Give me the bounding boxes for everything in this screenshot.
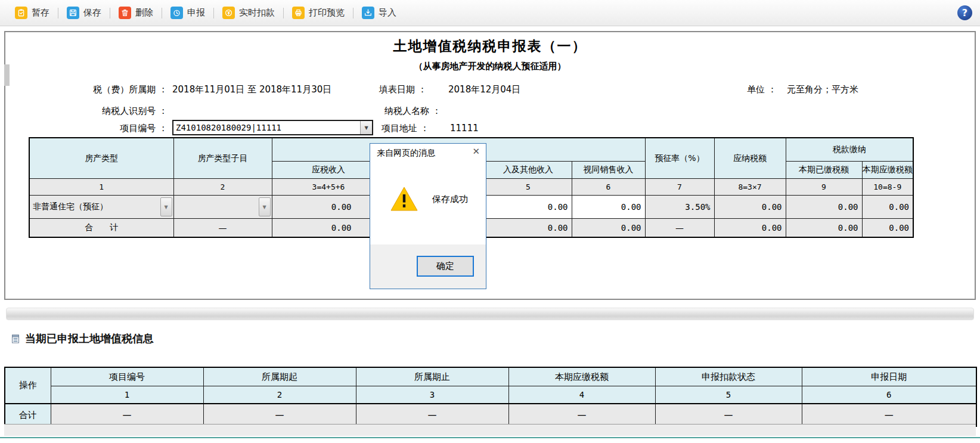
button-label: 保存 bbox=[83, 7, 101, 18]
chevron-down-icon[interactable] bbox=[160, 197, 172, 216]
form-title: 土地增值税纳税申报表（一） bbox=[5, 37, 975, 55]
window-bottom-accent bbox=[0, 437, 980, 438]
header-project-number: 项目编号 bbox=[51, 367, 203, 386]
column-number: 6 bbox=[572, 179, 645, 196]
clock-icon bbox=[170, 7, 183, 19]
app-window: 暂存 保存 删除 申报 实时扣款 bbox=[0, 0, 980, 443]
column-number: 2 bbox=[203, 386, 356, 404]
project-number-select[interactable]: Z41010820180029|11111 bbox=[172, 120, 373, 135]
help-icon[interactable]: ? bbox=[957, 5, 972, 20]
period-value: 2018年11月01日 至 2018年11月30日 bbox=[172, 84, 331, 95]
declared-info-section-header: 当期已申报土地增值税信息 bbox=[11, 332, 154, 346]
header-tax-due: 本期应缴税额 bbox=[508, 367, 655, 386]
tax-due-cell: 0.00 bbox=[862, 196, 913, 219]
print-preview-button[interactable]: 打印预览 bbox=[286, 7, 351, 19]
column-number: 3=4+5+6 bbox=[272, 179, 385, 196]
trash-icon bbox=[119, 7, 131, 19]
yen-coin-icon bbox=[222, 7, 235, 19]
declaration-form-panel: 土地增值税纳税申报表（一） （从事房地产开发的纳税人预征适用） 税（费）所属期 … bbox=[4, 31, 976, 300]
horizontal-scrollbar[interactable] bbox=[6, 308, 974, 320]
project-number-label: 项目编号 ： bbox=[35, 123, 168, 134]
column-number: 6 bbox=[802, 386, 976, 404]
header-deemed-sales-income: 视同销售收入 bbox=[572, 162, 645, 179]
taxpayer-id-label: 纳税人识别号 ： bbox=[35, 106, 168, 117]
total-taxable-income-cell: 0.00 bbox=[272, 219, 385, 238]
column-number: 10=8-9 bbox=[862, 179, 913, 196]
taxpayer-name-label: 纳税人名称 ： bbox=[384, 106, 441, 117]
header-period-start: 所属期起 bbox=[203, 367, 356, 386]
toolbar-divider bbox=[213, 8, 214, 18]
import-icon bbox=[362, 7, 374, 19]
deemed-sales-income-input[interactable]: 0.00 bbox=[572, 196, 645, 219]
total-levy-rate-cell: — bbox=[645, 219, 714, 238]
total-cell: — bbox=[655, 404, 802, 426]
unit-label: 单位 ： bbox=[747, 84, 777, 95]
header-levy-rate: 预征率（%） bbox=[645, 138, 714, 179]
button-label: 实时扣款 bbox=[239, 7, 275, 18]
printer-icon bbox=[292, 7, 305, 19]
button-label: 导入 bbox=[379, 7, 396, 18]
toolbar: 暂存 保存 删除 申报 实时扣款 bbox=[0, 0, 980, 26]
ok-button[interactable]: 确定 bbox=[417, 256, 474, 277]
toolbar-divider bbox=[353, 8, 353, 18]
property-subtype-dropdown[interactable] bbox=[173, 196, 272, 219]
chevron-down-icon[interactable] bbox=[360, 121, 372, 134]
header-property-type: 房产类型 bbox=[29, 138, 173, 179]
realtime-deduction-button[interactable]: 实时扣款 bbox=[216, 7, 281, 19]
project-address-value: 11111 bbox=[450, 123, 479, 134]
fill-date-label: 填表日期 ： bbox=[379, 84, 427, 95]
total-cell: — bbox=[802, 404, 976, 426]
header-period-end: 所属期止 bbox=[356, 367, 508, 386]
total-cell: — bbox=[203, 404, 356, 426]
save-draft-button[interactable]: 暂存 bbox=[8, 7, 56, 19]
chevron-down-icon[interactable] bbox=[259, 197, 271, 216]
dialog-title: 来自网页的消息 bbox=[370, 144, 486, 163]
section-title: 当期已申报土地增值税信息 bbox=[25, 332, 154, 346]
column-number: 8=3×7 bbox=[714, 179, 786, 196]
save-button[interactable]: 保存 bbox=[60, 7, 108, 19]
column-number: 2 bbox=[173, 179, 272, 196]
column-number: 9 bbox=[786, 179, 862, 196]
tax-payable-cell: 0.00 bbox=[714, 196, 786, 219]
column-number: 7 bbox=[645, 179, 714, 196]
import-button[interactable]: 导入 bbox=[355, 7, 403, 19]
header-declare-date: 申报日期 bbox=[802, 367, 976, 386]
toolbar-divider bbox=[110, 8, 110, 18]
column-number: 5 bbox=[485, 179, 572, 196]
total-cell: — bbox=[356, 404, 508, 426]
button-label: 申报 bbox=[187, 7, 205, 18]
total-cell: — bbox=[508, 404, 655, 426]
total-label: 合计 bbox=[5, 404, 51, 426]
column-number: 5 bbox=[655, 386, 802, 404]
declare-button[interactable]: 申报 bbox=[164, 7, 212, 19]
unit-value: 元至角分；平方米 bbox=[787, 84, 858, 95]
webpage-message-dialog: 来自网页的消息 ✕ 保存成功 确定 bbox=[370, 143, 486, 289]
button-label: 删除 bbox=[135, 7, 153, 18]
close-icon[interactable]: ✕ bbox=[472, 147, 480, 156]
header-other-income: 入及其他收入 bbox=[485, 162, 572, 179]
declared-tax-table: 操作 项目编号 所属期起 所属期止 本期应缴税额 申报扣款状态 申报日期 1 2… bbox=[4, 367, 977, 427]
clipboard-icon bbox=[15, 7, 27, 19]
total-tax-payable-cell: 0.00 bbox=[714, 219, 786, 238]
delete-button[interactable]: 删除 bbox=[112, 7, 160, 19]
total-tax-due-cell: 0.00 bbox=[862, 219, 913, 238]
column-number-row: 1 2 3 4 5 6 bbox=[5, 386, 976, 404]
property-type-dropdown[interactable]: 非普通住宅（预征） bbox=[29, 196, 173, 219]
total-cell: — bbox=[51, 404, 203, 426]
period-label: 税（费）所属期 ： bbox=[35, 84, 168, 95]
toolbar-divider bbox=[162, 8, 162, 18]
header-tax-paid-this-period: 本期已缴税额 bbox=[786, 162, 862, 179]
column-number: 1 bbox=[51, 386, 203, 404]
project-number-value: Z41010820180029|11111 bbox=[173, 121, 360, 134]
column-number: 3 bbox=[356, 386, 508, 404]
other-income-input[interactable]: 0.00 bbox=[485, 196, 572, 219]
column-number: 1 bbox=[29, 179, 173, 196]
save-icon bbox=[67, 7, 79, 19]
total-subtype-cell: — bbox=[173, 219, 272, 238]
tax-paid-cell: 0.00 bbox=[786, 196, 862, 219]
header-property-subtype: 房产类型子目 bbox=[173, 138, 272, 179]
total-other-income-cell: 0.00 bbox=[485, 219, 572, 238]
header-operation: 操作 bbox=[5, 367, 51, 404]
list-icon bbox=[11, 334, 20, 344]
property-type-value: 非普通住宅（预征） bbox=[33, 202, 108, 211]
